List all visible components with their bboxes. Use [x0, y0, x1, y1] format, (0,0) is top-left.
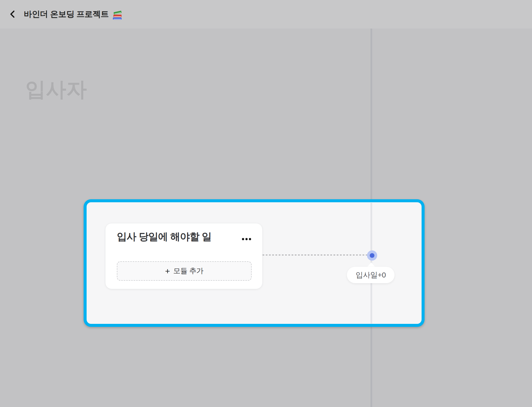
- add-module-button[interactable]: + 모듈 추가: [117, 261, 252, 281]
- books-stack-icon: [112, 9, 123, 20]
- timeline-node-dot[interactable]: [370, 253, 374, 258]
- more-options-icon: [242, 238, 251, 240]
- top-bar: 바인더 온보딩 프로젝트: [0, 0, 532, 29]
- page-title: 바인더 온보딩 프로젝트: [24, 0, 123, 29]
- back-button[interactable]: [6, 8, 18, 20]
- group-watermark-label: 입사자: [25, 76, 87, 103]
- add-module-label: 모듈 추가: [173, 266, 203, 276]
- day-marker-badge: 입사일+0: [347, 267, 395, 283]
- onboarding-project-canvas: 바인더 온보딩 프로젝트 입사자 입사 당일에 해야할: [0, 0, 532, 407]
- card-menu-button[interactable]: [239, 234, 254, 244]
- day-marker-tail: [367, 262, 375, 267]
- page-title-text: 바인더 온보딩 프로젝트: [24, 9, 109, 20]
- plus-icon: +: [165, 267, 170, 275]
- chevron-left-icon: [9, 10, 16, 18]
- module-card-title: 입사 당일에 해야할 일: [117, 230, 211, 243]
- card-to-timeline-connector: [263, 255, 368, 255]
- module-card[interactable]: 입사 당일에 해야할 일 + 모듈 추가: [105, 223, 263, 289]
